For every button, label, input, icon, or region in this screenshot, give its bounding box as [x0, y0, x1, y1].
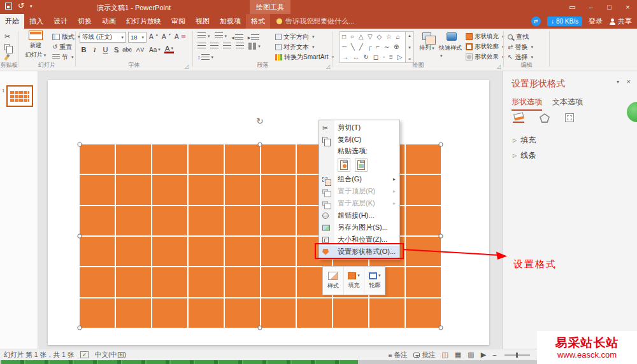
tab-format[interactable]: 格式 [246, 14, 270, 29]
increase-indent-button[interactable]: ▸ [248, 34, 260, 41]
align-right-button[interactable] [223, 43, 231, 50]
slide-thumbnail[interactable] [6, 85, 33, 107]
table-cell[interactable] [261, 206, 296, 235]
pane-close-icon[interactable]: × [627, 78, 631, 85]
slideshow-view-button[interactable]: ▶ [481, 351, 486, 359]
table-cell[interactable] [333, 298, 368, 328]
tab-insert[interactable]: 插入 [24, 14, 48, 29]
resize-handle-top-left[interactable] [78, 143, 82, 147]
rotation-handle[interactable]: ↻ [257, 116, 264, 126]
table-cell[interactable] [225, 175, 260, 204]
table-cell[interactable] [80, 175, 115, 204]
table-cell[interactable] [116, 144, 151, 174]
table-cell[interactable] [189, 206, 224, 235]
table-cell[interactable] [152, 237, 187, 266]
font-size-combo[interactable]: 18▾ [128, 32, 147, 43]
spellcheck-icon[interactable]: ✓ [80, 351, 89, 358]
table-cell[interactable] [225, 237, 260, 266]
fill-button[interactable]: ▾ 填充 [343, 267, 364, 295]
tab-transitions[interactable]: 切换 [73, 14, 97, 29]
resize-handle-left[interactable] [78, 234, 82, 239]
close-button[interactable]: × [619, 0, 637, 14]
convert-smartart-button[interactable]: 转换为SmartArt [275, 52, 334, 62]
table-cell[interactable] [152, 298, 187, 328]
strikethrough-button[interactable]: abc [122, 45, 132, 55]
character-spacing-button[interactable]: AV [136, 45, 145, 55]
shape-fill-button[interactable]: 形状填充 [466, 32, 505, 41]
pane-tab-text-options[interactable]: 文本选项 [552, 97, 583, 111]
table-cell[interactable] [189, 267, 224, 297]
size-properties-tab[interactable] [565, 113, 574, 122]
table-cell[interactable] [261, 237, 296, 266]
clear-formatting-button[interactable]: A [175, 32, 185, 41]
sign-in-button[interactable]: 登录 [589, 17, 603, 26]
shapes-gallery[interactable]: □ ○ △ ▽ ◇ ☆ ⌂ ─ ╲ ╱ ┌ ⌐ ∼ ⊕ → ↔ ↻ ◻ ◦ ≡ … [340, 31, 406, 63]
gallery-more-icon[interactable]: ≡ [408, 57, 411, 61]
scroll-down-icon[interactable]: ▾ [408, 45, 411, 50]
table-cell[interactable] [189, 144, 224, 174]
table-cell[interactable] [116, 206, 151, 235]
resize-handle-right[interactable] [439, 234, 443, 239]
tab-addins[interactable]: 加载项 [215, 14, 246, 29]
tab-slideshow[interactable]: 幻灯片放映 [121, 14, 166, 29]
fill-and-line-tab[interactable] [513, 113, 524, 123]
columns-button[interactable] [248, 43, 261, 50]
resize-handle-bottom-right[interactable] [439, 326, 443, 330]
table-cell[interactable] [406, 175, 441, 204]
text-shadow-button[interactable]: S [111, 45, 121, 55]
ribbon-display-options-icon[interactable]: ▭ [563, 0, 582, 14]
shape-outline-button[interactable]: 形状轮廓 [466, 42, 505, 52]
find-button[interactable]: 查找 [508, 32, 529, 41]
section-button[interactable]: 节 [52, 52, 74, 62]
resize-handle-bottom[interactable] [258, 326, 262, 330]
copy-button[interactable] [4, 42, 10, 52]
menu-item-hyperlink[interactable]: 超链接(H)... [319, 209, 399, 221]
effects-tab[interactable] [540, 113, 550, 123]
table-cell[interactable] [261, 267, 296, 297]
change-case-button[interactable]: Aa [149, 45, 161, 55]
table-cell[interactable] [189, 175, 224, 204]
resize-handle-top[interactable] [258, 143, 262, 147]
resize-handle-top-right[interactable] [439, 143, 443, 147]
bold-button[interactable]: B [79, 45, 89, 55]
table-cell[interactable] [406, 144, 441, 174]
bullets-button[interactable] [197, 32, 210, 39]
table-cell[interactable] [406, 298, 441, 328]
resize-handle-bottom-left[interactable] [78, 326, 82, 330]
tab-home[interactable]: 开始 [0, 14, 24, 29]
shapes-gallery-scroll[interactable]: ▴ ▾ ≡ [406, 31, 414, 63]
reset-button[interactable]: ↺重置 [52, 42, 72, 52]
tell-me-box[interactable]: 告诉我您想要做什么... [270, 14, 361, 29]
scroll-up-icon[interactable]: ▴ [408, 33, 411, 38]
table-cell[interactable] [152, 267, 187, 297]
arrange-button[interactable]: 排列 [416, 32, 438, 52]
numbering-button[interactable] [215, 32, 227, 39]
underline-button[interactable]: U [101, 45, 110, 55]
align-text-button[interactable]: 对齐文本 [275, 42, 315, 52]
table-cell[interactable] [189, 237, 224, 266]
table-cell[interactable] [152, 206, 187, 235]
menu-item-bring-to-front[interactable]: 置于顶层(R) ▸ [319, 185, 399, 197]
table-cell[interactable] [116, 175, 151, 204]
cut-button[interactable]: ✂ [4, 32, 10, 41]
quick-styles-button[interactable]: 快速样式 [439, 32, 464, 59]
table-cell[interactable] [80, 237, 115, 266]
shape-effects-button[interactable]: 形状效果 [466, 52, 505, 62]
table-cell[interactable] [152, 144, 187, 174]
decrease-indent-button[interactable]: ◂ [231, 34, 243, 41]
table-cell[interactable] [406, 206, 441, 235]
line-spacing-button[interactable]: ↕ [197, 54, 213, 61]
slide[interactable]: ↻ [48, 80, 489, 345]
tab-view[interactable]: 视图 [190, 14, 215, 29]
menu-item-cut[interactable]: ✂ 剪切(T) [319, 122, 399, 134]
minimize-button[interactable]: – [582, 0, 600, 14]
table-cell[interactable] [261, 298, 296, 328]
save-icon[interactable] [5, 3, 12, 10]
qat-customize-icon[interactable]: ▾ [30, 4, 32, 9]
outline-button[interactable]: ▾ 轮廓 [364, 267, 385, 295]
table-cell[interactable] [225, 298, 260, 328]
table-cell[interactable] [80, 267, 115, 297]
new-slide-button[interactable]: 新建 幻灯片 [21, 31, 50, 59]
section-fill[interactable]: ▷ 填充 [513, 135, 536, 146]
paste-keep-formatting-button[interactable] [338, 158, 350, 172]
